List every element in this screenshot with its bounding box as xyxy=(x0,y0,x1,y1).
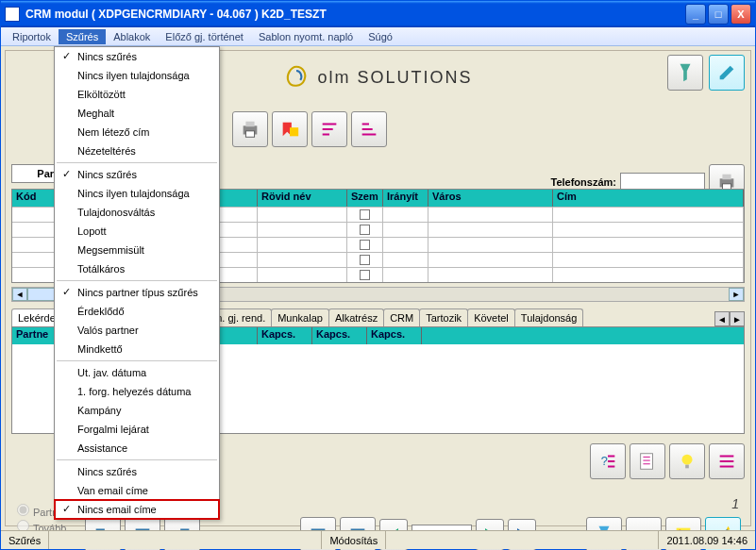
col-cim[interactable]: Cím xyxy=(553,190,744,207)
dd-nincs-szures-3[interactable]: Nincs szűrés xyxy=(55,462,219,481)
tab-alkatresz[interactable]: Alkatrész xyxy=(328,308,384,326)
dd-nincs-email[interactable]: Nincs email címe xyxy=(55,500,219,519)
dd-separator xyxy=(57,459,217,460)
col-kapcs1[interactable]: Kapcs. xyxy=(258,327,312,344)
brand-logo: olm SOLUTIONS xyxy=(283,64,472,91)
col-szem[interactable]: Szem xyxy=(347,190,383,207)
svg-rect-5 xyxy=(722,175,731,180)
svg-rect-3 xyxy=(290,127,298,136)
dd-assistance[interactable]: Assistance xyxy=(55,439,219,458)
dd-forg-helyezes[interactable]: 1. forg. helyezés dátuma xyxy=(55,382,219,401)
svg-rect-10 xyxy=(685,465,689,469)
logo-prefix: olm xyxy=(317,68,350,87)
svg-rect-2 xyxy=(245,131,254,137)
svg-text:?: ? xyxy=(601,454,608,468)
row-checkbox[interactable] xyxy=(360,255,370,265)
sort-asc-button[interactable] xyxy=(311,111,347,147)
tab-crm[interactable]: CRM xyxy=(383,308,420,326)
tab-munkalap[interactable]: Munkalap xyxy=(271,308,329,326)
dd-separator xyxy=(57,162,217,163)
edit-button[interactable] xyxy=(709,55,745,91)
list-button[interactable] xyxy=(709,443,745,479)
dd-nincs-ilyen-2[interactable]: Nincs ilyen tulajdonsága xyxy=(55,184,219,203)
dd-elkoltozott[interactable]: Elköltözött xyxy=(55,85,219,104)
menubar: Riportok Szűrés Ablakok Előző gj. történ… xyxy=(1,27,755,46)
phone-label: Telefonszám: xyxy=(551,176,616,188)
dd-mindketto[interactable]: Mindkettő xyxy=(55,340,219,358)
list-doc-button[interactable] xyxy=(630,443,665,479)
close-button[interactable]: X xyxy=(731,4,751,25)
dd-totalkaros[interactable]: Totálkáros xyxy=(55,259,219,278)
svg-rect-1 xyxy=(245,122,254,127)
col-rovid[interactable]: Rövid név xyxy=(258,190,347,207)
logo-swirl-icon xyxy=(283,64,310,91)
dd-lopott[interactable]: Lopott xyxy=(55,222,219,241)
statusbar: Szűrés Módosítás 2011.08.09 14:46 xyxy=(1,530,755,549)
tab-scroll-left-icon[interactable]: ◄ xyxy=(714,311,730,326)
print-button-1[interactable] xyxy=(232,111,268,147)
record-count: 1 xyxy=(731,496,739,511)
dd-nincs-ilyen-1[interactable]: Nincs ilyen tulajdonsága xyxy=(55,66,219,85)
dd-megsemmisult[interactable]: Megsemmisült xyxy=(55,241,219,259)
tab-tartozik[interactable]: Tartozik xyxy=(419,308,468,326)
dd-nem-letezo[interactable]: Nem létező cím xyxy=(55,123,219,142)
dd-ut-jav[interactable]: Ut. jav. dátuma xyxy=(55,363,219,382)
dd-van-email[interactable]: Van email címe xyxy=(55,481,219,500)
menu-elozo[interactable]: Előző gj. történet xyxy=(158,29,251,44)
dd-erdeklodo[interactable]: Érdeklődő xyxy=(55,302,219,321)
app-icon xyxy=(5,7,20,22)
menu-ablakok[interactable]: Ablakok xyxy=(106,29,158,44)
tab-kovetel[interactable]: Követel xyxy=(467,308,515,326)
szures-dropdown: Nincs szűrés Nincs ilyen tulajdonsága El… xyxy=(54,46,220,520)
dd-forgalmi-lejarat[interactable]: Forgalmi lejárat xyxy=(55,420,219,439)
dd-nincs-szures-1[interactable]: Nincs szűrés xyxy=(55,47,219,66)
scroll-right-icon[interactable]: ► xyxy=(729,288,744,301)
dd-separator xyxy=(57,280,217,281)
sort-desc-button[interactable] xyxy=(351,111,387,147)
idea-button[interactable] xyxy=(669,443,705,479)
dd-separator xyxy=(57,360,217,361)
status-date: 2011.08.09 14:46 xyxy=(659,531,755,549)
dd-nincs-partner-tipus[interactable]: Nincs partner típus szűrés xyxy=(55,283,219,302)
dd-kampany[interactable]: Kampány xyxy=(55,401,219,420)
scroll-left-icon[interactable]: ◄ xyxy=(12,288,27,301)
svg-point-9 xyxy=(682,455,693,465)
tab-tulajdonsag[interactable]: Tulajdonság xyxy=(514,308,584,326)
svg-rect-8 xyxy=(641,454,653,470)
maximize-button[interactable]: □ xyxy=(708,4,729,25)
logo-brand: SOLUTIONS xyxy=(358,68,473,87)
col-kapcs2[interactable]: Kapcs. xyxy=(312,327,367,344)
status-left: Szűrés xyxy=(1,531,49,549)
window-title: CRM modul ( XDPGENCRMDIARY - 04.067 ) K2… xyxy=(25,8,685,21)
minimize-button[interactable]: _ xyxy=(685,4,706,25)
row-checkbox[interactable] xyxy=(360,209,370,220)
menu-sablon[interactable]: Sablon nyomt. napló xyxy=(251,29,361,44)
filter-wizard-button[interactable] xyxy=(667,55,703,91)
tab-scroll-right-icon[interactable]: ► xyxy=(730,311,745,326)
row-checkbox[interactable] xyxy=(360,270,370,280)
dd-meghalt[interactable]: Meghalt xyxy=(55,104,219,123)
col-kapcs3[interactable]: Kapcs. xyxy=(367,327,422,344)
row-checkbox[interactable] xyxy=(360,225,370,235)
col-iran[interactable]: Irányít xyxy=(383,190,428,207)
window-titlebar: CRM modul ( XDPGENCRMDIARY - 04.067 ) K2… xyxy=(1,1,755,27)
col-varos[interactable]: Város xyxy=(428,190,553,207)
status-mid: Módosítás xyxy=(322,531,386,549)
row-checkbox[interactable] xyxy=(360,240,370,250)
help-list-button[interactable]: ? xyxy=(590,443,626,479)
dd-valos-partner[interactable]: Valós partner xyxy=(55,321,219,340)
dd-nincs-szures-2[interactable]: Nincs szűrés xyxy=(55,165,219,184)
menu-sugo[interactable]: Súgó xyxy=(361,29,400,44)
menu-riportok[interactable]: Riportok xyxy=(5,29,59,44)
dd-nezetelteres[interactable]: Nézeteltérés xyxy=(55,142,219,160)
menu-szures[interactable]: Szűrés xyxy=(59,29,106,44)
mark-button[interactable] xyxy=(272,111,308,147)
dd-tulajdonosvaltas[interactable]: Tulajdonosváltás xyxy=(55,203,219,222)
